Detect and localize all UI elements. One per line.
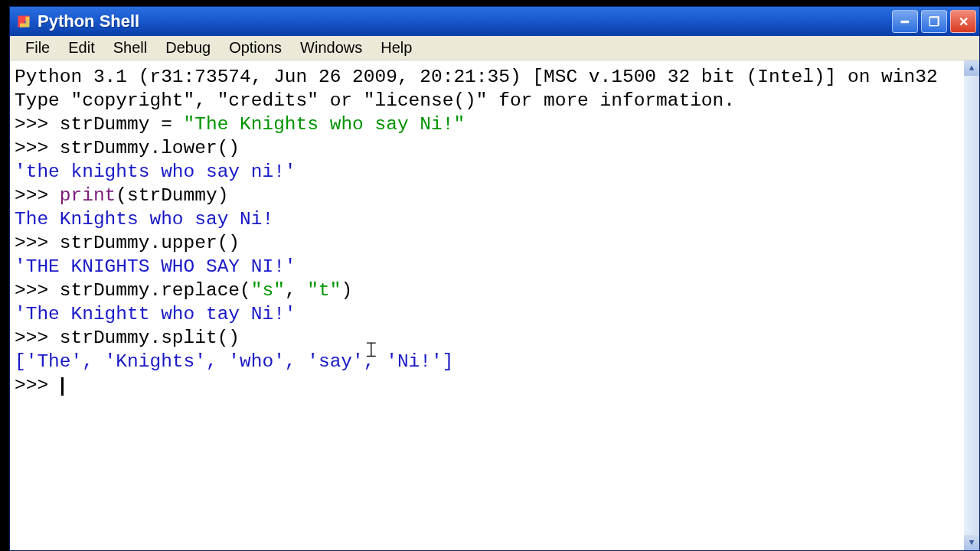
menu-windows[interactable]: Windows (291, 37, 371, 59)
chevron-down-icon: ▼ (969, 538, 975, 547)
shell-text[interactable]: Python 3.1 (r31:73574, Jun 26 2009, 20:2… (10, 60, 964, 550)
vertical-scrollbar[interactable]: ▲ ▼ (964, 60, 979, 550)
scroll-track[interactable] (964, 76, 979, 535)
menu-file[interactable]: File (16, 37, 59, 59)
input-cursor (61, 377, 64, 396)
maximize-button[interactable]: ❐ (921, 10, 947, 33)
window-title: Python Shell (38, 11, 892, 31)
minimize-button[interactable]: ━ (892, 10, 918, 33)
menu-help[interactable]: Help (371, 37, 421, 59)
content-area: Python 3.1 (r31:73574, Jun 26 2009, 20:2… (10, 60, 979, 550)
menu-debug[interactable]: Debug (156, 37, 220, 59)
menu-shell[interactable]: Shell (104, 37, 156, 59)
menu-edit[interactable]: Edit (59, 37, 103, 59)
menubar: File Edit Shell Debug Options Windows He… (10, 36, 979, 60)
menu-options[interactable]: Options (220, 37, 291, 59)
minimize-icon: ━ (901, 15, 909, 29)
close-icon: ✕ (959, 15, 969, 29)
chevron-up-icon: ▲ (969, 64, 975, 73)
scroll-down-button[interactable]: ▼ (964, 535, 979, 550)
titlebar[interactable]: Python Shell ━ ❐ ✕ (10, 7, 979, 36)
scroll-up-button[interactable]: ▲ (964, 60, 979, 76)
maximize-icon: ❐ (929, 15, 939, 29)
window-buttons: ━ ❐ ✕ (892, 10, 976, 33)
idle-window: Python Shell ━ ❐ ✕ File Edit Shell Debug… (9, 6, 980, 551)
python-icon (16, 14, 31, 29)
close-button[interactable]: ✕ (950, 10, 976, 33)
